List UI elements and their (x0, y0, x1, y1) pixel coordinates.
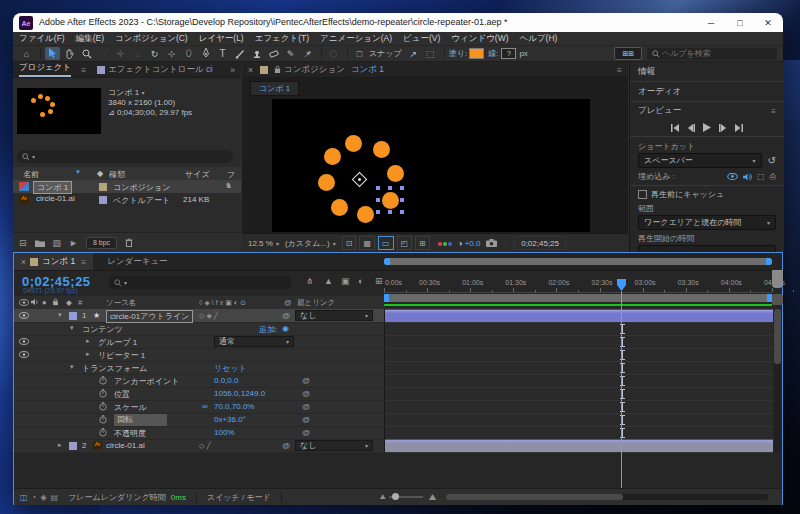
parent-link-column[interactable]: 親とリンク (297, 298, 335, 308)
region-of-interest-icon[interactable]: ▭ (378, 236, 394, 250)
snap-bounds-icon[interactable]: ⬚ (423, 47, 438, 60)
eye-icon[interactable] (19, 338, 29, 345)
menu-item[interactable]: アニメーション(A) (320, 33, 392, 45)
tab-effect-controls[interactable]: エフェクトコントロール circle-01 (108, 64, 213, 76)
play-button[interactable] (699, 122, 715, 134)
eraser-tool-icon[interactable] (266, 47, 281, 60)
layer-name[interactable]: circle-01アウトライン (106, 310, 193, 323)
switches-column-icons[interactable]: ◊◈\fx▣◐⊙ (199, 299, 248, 307)
track-row[interactable] (385, 361, 773, 375)
stroke-value-box[interactable]: ? (501, 48, 516, 59)
work-area-bar[interactable] (384, 294, 772, 302)
property-value[interactable]: 70.0,70.0% (214, 402, 254, 411)
property-row[interactable]: 位置1056.0,1249.0@ (14, 387, 384, 401)
track-row[interactable] (385, 335, 773, 349)
graph-editor-icon[interactable]: ⊞ (375, 276, 383, 286)
source-name-column[interactable]: ソース名 (106, 298, 136, 308)
channels-icon[interactable] (438, 239, 453, 248)
info-panel-header[interactable]: 情報 (630, 62, 784, 82)
selection-handle[interactable] (400, 210, 404, 214)
maximize-button[interactable]: □ (726, 13, 754, 32)
fill-color-swatch[interactable] (469, 48, 484, 59)
layer-name[interactable]: circle-01.ai (106, 441, 145, 450)
zoom-level-dropdown[interactable]: 12.5 % (248, 239, 273, 248)
solo-column-icon[interactable]: ● (42, 298, 47, 307)
property-value[interactable]: 0x+36.0° (214, 415, 246, 424)
overlays-include-icon[interactable]: ⬚ (757, 172, 765, 181)
property-label[interactable]: 回転 (114, 414, 167, 426)
draft-3d-icon[interactable]: ▲ (324, 276, 333, 286)
layer-duration-bar[interactable] (385, 309, 773, 322)
pan-behind-tool-icon[interactable]: ⊹ (164, 47, 179, 60)
stopwatch-icon[interactable] (99, 389, 107, 398)
rotation-tool-icon[interactable]: ↻ (147, 47, 162, 60)
property-label[interactable]: 不透明度 (114, 428, 146, 439)
shortcut-dropdown[interactable]: スペースバー▾ (638, 153, 762, 168)
track-row[interactable] (385, 322, 773, 336)
stopwatch-icon[interactable] (99, 376, 107, 385)
menu-item[interactable]: コンポジション(C) (115, 33, 188, 45)
project-row[interactable]: Aicircle-01.aiベクトルアート214 KB (13, 193, 241, 206)
selected-shape-dot[interactable] (382, 192, 399, 209)
type-tool-icon[interactable]: T (215, 47, 230, 60)
selection-handle[interactable] (388, 186, 392, 190)
transparency-grid-icon[interactable]: ▦ (359, 236, 375, 250)
zoom-in-mountain-icon[interactable]: ⛰︎ (429, 492, 437, 503)
timeline-track-area[interactable] (384, 309, 773, 452)
video-column-icon[interactable] (19, 299, 29, 306)
property-value[interactable]: 100% (214, 428, 234, 437)
stopwatch-icon[interactable] (99, 428, 107, 437)
selection-handle[interactable] (376, 186, 380, 190)
timeline-tab-comp[interactable]: × コンポ 1 ≡ (14, 253, 93, 270)
project-search-box[interactable]: ▾ (17, 150, 233, 163)
cache-checkbox[interactable] (638, 190, 647, 199)
first-frame-button[interactable] (667, 122, 683, 134)
stopwatch-icon[interactable] (99, 402, 107, 411)
audio-include-icon[interactable] (743, 173, 752, 181)
menu-item[interactable]: ビュー(V) (403, 33, 440, 45)
pen-tool-icon[interactable] (198, 47, 213, 60)
interpret-footage-icon[interactable]: ⊟ (19, 238, 27, 248)
label-chip[interactable] (99, 183, 107, 191)
selection-handle[interactable] (376, 198, 380, 202)
number-column-icon[interactable]: # (78, 298, 82, 307)
hand-tool-icon[interactable] (62, 47, 77, 60)
mask-visibility-icon[interactable]: ◰ (397, 236, 413, 250)
group-row[interactable]: ▾コンテンツ追加:◉ (14, 322, 384, 336)
panel-menu-icon[interactable]: ≡ (81, 65, 86, 75)
add-arrow-icon[interactable]: ◉ (282, 324, 289, 333)
blend-mode-dropdown[interactable]: 通常▾ (214, 336, 294, 347)
trash-icon[interactable] (125, 238, 133, 247)
selection-tool-icon[interactable] (45, 47, 60, 60)
reset-button[interactable]: リセット (214, 363, 247, 374)
layer-row[interactable]: ▾1★circle-01アウトライン◇◈╱@なし▾ (14, 309, 384, 323)
expand-arrow[interactable]: ▸ (58, 441, 62, 449)
zoom-out-mountain-icon[interactable]: ⛰︎ (380, 493, 386, 501)
timeline-zoom-knob[interactable] (392, 493, 399, 500)
property-row[interactable]: アンカーポイント0.0,0.0@ (14, 374, 384, 388)
brush-tool-icon[interactable] (232, 47, 247, 60)
vertical-scrollbar-thumb[interactable] (774, 309, 781, 364)
minimize-button[interactable]: ─ (697, 13, 725, 32)
expand-arrow[interactable]: ▸ (86, 350, 90, 358)
time-ruler[interactable]: 0:00s00:30s01:00s01:30s02:00s02:30s03:00… (384, 270, 772, 293)
pickwhip-icon[interactable]: @ (302, 402, 310, 411)
pickwhip-icon[interactable]: @ (302, 428, 310, 437)
playhead-line[interactable] (621, 292, 622, 488)
track-row[interactable] (385, 309, 773, 323)
selection-handle[interactable] (376, 210, 380, 214)
link-icon[interactable]: ∞ (202, 402, 208, 411)
crop-region-icon[interactable]: ⊞ (415, 236, 430, 250)
exposure-value[interactable]: +0.0 (465, 239, 481, 248)
viewer-timecode[interactable]: 0;02;45;25 (514, 236, 566, 250)
timeline-navigator[interactable] (384, 255, 772, 270)
layer-switches[interactable]: ◇◈╱ (199, 312, 220, 320)
fill-label[interactable]: 塗り: (449, 48, 467, 59)
reset-icon[interactable]: ↺ (768, 155, 776, 166)
pickwhip-icon[interactable]: @ (302, 415, 310, 424)
new-folder-icon[interactable] (35, 239, 45, 247)
resolution-dropdown[interactable]: (カスタム...) (285, 238, 330, 249)
help-search-input[interactable] (660, 48, 764, 59)
shape-tool-icon[interactable]: ⬯ (181, 47, 196, 60)
property-label[interactable]: スケール (114, 402, 147, 413)
